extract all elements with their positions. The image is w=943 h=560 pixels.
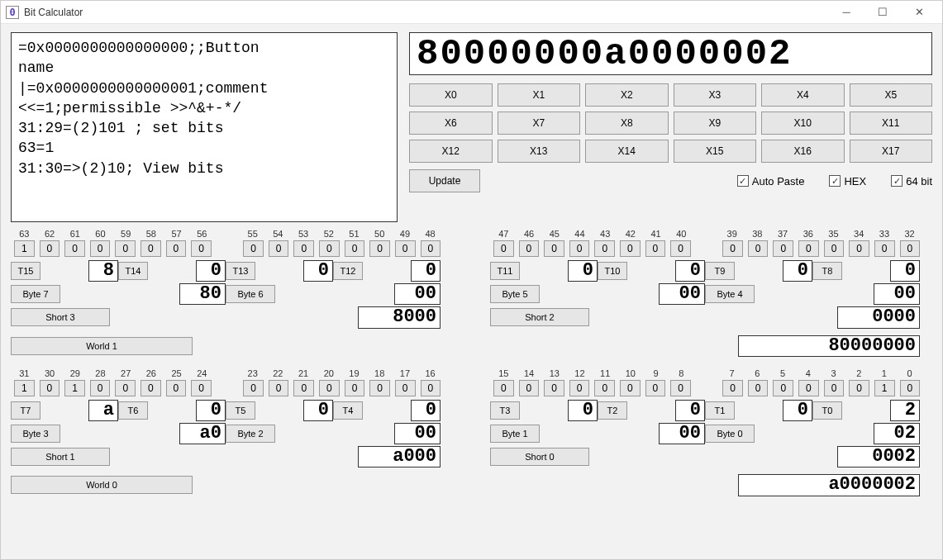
bit-button[interactable]: 0 [269,240,289,257]
bit-button[interactable]: 0 [345,380,365,396]
bit-button[interactable]: 0 [773,380,793,396]
bit-button[interactable]: 0 [115,240,136,257]
x-button-17[interactable]: X17 [850,140,933,163]
short-button[interactable]: Short 3 [11,308,110,326]
bit-button[interactable]: 0 [620,380,641,396]
nibble-value[interactable]: a [88,400,118,421]
short-button[interactable]: Short 1 [11,448,110,466]
nibble-button[interactable]: T14 [118,262,148,280]
byte-button[interactable]: Byte 5 [490,285,540,303]
x-button-0[interactable]: X0 [409,83,493,107]
bit-button[interactable]: 0 [40,240,60,257]
bit-button[interactable]: 0 [645,240,666,257]
bit-button[interactable]: 0 [395,240,416,257]
x-button-3[interactable]: X3 [674,83,757,107]
bit-button[interactable]: 0 [798,380,819,396]
nibble-button[interactable]: T6 [118,401,148,420]
nibble-value[interactable]: 0 [196,400,226,421]
x-button-16[interactable]: X16 [761,140,845,163]
nibble-button[interactable]: T0 [812,401,842,420]
nibble-value[interactable]: 0 [303,400,333,421]
hex-checkbox[interactable]: ✓HEX [829,175,866,187]
nibble-button[interactable]: T3 [490,401,520,420]
bit-button[interactable]: 1 [14,240,35,257]
bit-button[interactable]: 0 [90,240,111,257]
short-value[interactable]: 8000 [358,306,441,328]
bit-button[interactable]: 0 [369,240,390,257]
short-value[interactable]: a000 [358,446,441,467]
nibble-button[interactable]: T1 [705,401,735,420]
minimize-button[interactable]: ─ [828,1,864,24]
byte-value[interactable]: 02 [874,423,920,444]
nibble-button[interactable]: T4 [333,401,363,420]
nibble-value[interactable]: 0 [890,260,920,282]
bit-button[interactable]: 0 [493,380,514,396]
nibble-value[interactable]: 2 [890,400,920,421]
byte-value[interactable]: 00 [659,423,705,444]
x-button-6[interactable]: X6 [409,112,493,135]
x-button-9[interactable]: X9 [674,112,757,135]
bit-button[interactable]: 0 [493,240,514,257]
world-button[interactable]: World 1 [11,337,193,355]
bit-button[interactable]: 0 [90,380,111,396]
x-button-5[interactable]: X5 [850,83,933,107]
bit-button[interactable]: 0 [824,380,845,396]
short-button[interactable]: Short 0 [490,448,589,466]
byte-value[interactable]: 00 [874,283,920,305]
x-button-14[interactable]: X14 [585,140,669,163]
byte-value[interactable]: 00 [394,283,441,305]
bit-button[interactable]: 0 [519,380,540,396]
bit-button[interactable]: 0 [293,240,314,257]
bit-button[interactable]: 0 [395,380,416,396]
bit-button[interactable]: 1 [14,380,35,396]
bit-button[interactable]: 1 [64,380,85,396]
x-button-7[interactable]: X7 [498,112,581,135]
nibble-value[interactable]: 0 [568,260,598,282]
auto-paste-checkbox[interactable]: ✓Auto Paste [737,175,805,187]
nibble-value[interactable]: 8 [88,260,118,282]
nibble-value[interactable]: 0 [783,260,812,282]
nibble-value[interactable]: 0 [196,260,226,282]
byte-button[interactable]: Byte 1 [490,425,540,443]
bit-button[interactable]: 0 [191,240,212,257]
byte-button[interactable]: Byte 7 [11,285,60,303]
bit-button[interactable]: 0 [369,380,390,396]
bit-button[interactable]: 0 [900,380,921,396]
x-button-4[interactable]: X4 [761,83,845,107]
bit-button[interactable]: 0 [594,380,615,396]
64bit-checkbox[interactable]: ✓64 bit [891,175,932,187]
nibble-button[interactable]: T7 [11,401,40,420]
x-button-10[interactable]: X10 [761,112,845,135]
world-value[interactable]: 80000000 [738,335,920,357]
update-button[interactable]: Update [409,169,480,192]
nibble-button[interactable]: T9 [705,262,735,280]
bit-button[interactable]: 0 [722,380,743,396]
script-input[interactable]: =0x0000000000000000;;Button name |=0x000… [11,32,398,222]
bit-button[interactable]: 0 [849,240,869,257]
world-value[interactable]: a0000002 [738,474,920,496]
x-button-12[interactable]: X12 [409,140,493,163]
nibble-button[interactable]: T15 [11,262,40,280]
short-value[interactable]: 0002 [837,446,920,467]
x-button-15[interactable]: X15 [674,140,757,163]
bit-button[interactable]: 0 [849,380,869,396]
bit-button[interactable]: 0 [115,380,136,396]
close-button[interactable]: ✕ [901,1,937,24]
bit-button[interactable]: 0 [900,240,921,257]
nibble-button[interactable]: T11 [490,262,520,280]
bit-button[interactable]: 0 [748,240,769,257]
nibble-button[interactable]: T10 [598,262,627,280]
nibble-value[interactable]: 0 [675,260,705,282]
bit-button[interactable]: 0 [345,240,365,257]
bit-button[interactable]: 0 [569,380,590,396]
bit-button[interactable]: 0 [748,380,769,396]
short-button[interactable]: Short 2 [490,308,589,326]
nibble-value[interactable]: 0 [411,260,441,282]
nibble-button[interactable]: T12 [333,262,363,280]
x-button-1[interactable]: X1 [498,83,581,107]
bit-button[interactable]: 0 [773,240,793,257]
nibble-button[interactable]: T5 [226,401,255,420]
byte-button[interactable]: Byte 6 [226,285,275,303]
byte-button[interactable]: Byte 2 [226,425,275,443]
bit-button[interactable]: 0 [243,240,264,257]
